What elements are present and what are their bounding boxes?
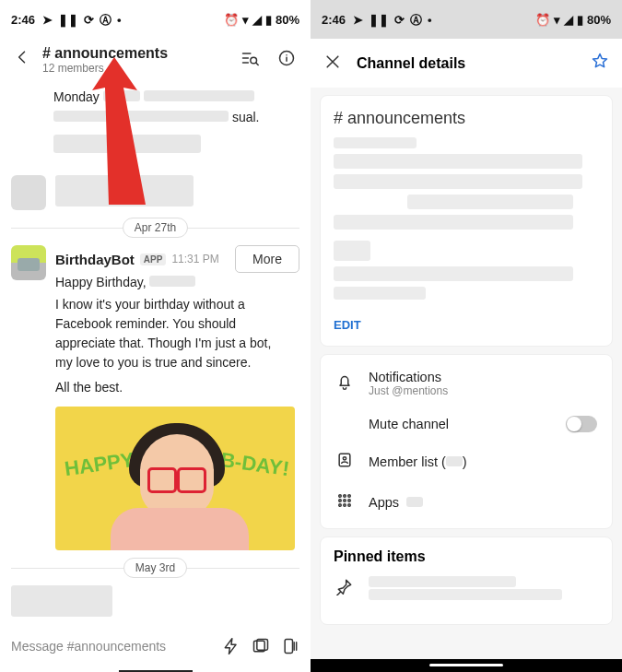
status-time: 2:46 [322, 13, 346, 27]
image-overlay-text: HAPPY [64, 448, 136, 481]
svg-point-7 [343, 457, 346, 460]
send-icon: ➤ [42, 14, 53, 26]
message-text: All the best. [55, 378, 299, 397]
redacted-text [149, 276, 195, 287]
message-fragment: sual. [232, 110, 260, 124]
message-composer[interactable]: Message #announcements [0, 631, 311, 661]
battery-percent: 80% [587, 13, 611, 27]
date-separator: May 3rd [123, 558, 187, 578]
message-timestamp: 11:31 PM [171, 253, 218, 265]
message-sender[interactable]: BirthdayBot [55, 252, 135, 267]
redacted-text [144, 90, 254, 101]
lightning-icon[interactable] [222, 637, 241, 655]
redacted-text [103, 90, 140, 101]
svg-point-10 [348, 495, 351, 498]
wifi-icon: ▾ [242, 14, 249, 26]
redacted-text [11, 585, 112, 617]
svg-point-16 [348, 504, 351, 507]
avatar[interactable] [11, 175, 46, 210]
svg-point-13 [348, 500, 351, 502]
info-button[interactable] [272, 45, 301, 75]
send-icon: ➤ [353, 14, 363, 26]
composer-placeholder[interactable]: Message #announcements [11, 639, 211, 654]
bell-icon [335, 372, 354, 395]
battery-icon: ▮ [577, 14, 583, 26]
svg-point-14 [339, 504, 342, 507]
message-attachment-image[interactable]: HAPPY B-DAY! [55, 407, 295, 550]
redacted-text [369, 589, 562, 600]
redacted-text [369, 576, 516, 587]
channel-name: announcements [54, 45, 168, 61]
redacted-text [53, 135, 201, 153]
app-badge: APP [140, 253, 167, 265]
sync-icon: ⟳ [394, 14, 405, 26]
notifications-label: Notifications [369, 370, 448, 384]
svg-point-11 [339, 500, 342, 502]
signal-icon: ◢ [564, 14, 573, 26]
notifications-row[interactable]: Notifications Just @mentions [334, 360, 599, 407]
redacted-text [334, 174, 582, 189]
status-time: 2:46 [11, 13, 35, 27]
channel-members: 12 members [42, 62, 228, 75]
alarm-icon: ⏰ [224, 14, 239, 26]
info-icon [277, 49, 296, 67]
mute-toggle[interactable] [566, 416, 597, 432]
close-icon [323, 53, 342, 71]
page-title: Channel details [357, 55, 576, 72]
pin-icon [335, 577, 354, 599]
svg-point-9 [344, 495, 346, 498]
battery-percent: 80% [276, 13, 299, 27]
date-separator: Apr 27th [123, 218, 188, 238]
dot-icon: • [428, 14, 432, 26]
member-list-label: Member list ( [369, 454, 446, 469]
redacted-text [55, 175, 194, 206]
svg-point-8 [339, 495, 342, 498]
pause-icon: ❚❚ [369, 14, 389, 26]
status-bar: 2:46 ➤ ❚❚ ⟳ Ⓐ • ⏰ ▾ ◢ ▮ 80% [311, 0, 622, 39]
mute-row[interactable]: Mute channel [334, 407, 599, 442]
attachment-icon[interactable] [281, 637, 299, 655]
search-list-icon [241, 49, 259, 67]
redacted-text [334, 241, 370, 261]
hash-icon: # [42, 45, 51, 61]
message-text: Happy Birthday, [55, 275, 147, 289]
channel-name: announcements [347, 109, 465, 127]
redacted-text [406, 497, 423, 507]
image-content [111, 508, 249, 550]
channel-title-button[interactable]: # announcements 12 members [42, 45, 228, 75]
message-text: I know it's your birthday without a Face… [55, 295, 286, 372]
apps-icon [335, 491, 354, 513]
app-icon: Ⓐ [410, 14, 422, 26]
app-icon: Ⓐ [100, 14, 111, 26]
alarm-icon: ⏰ [535, 14, 550, 26]
pinned-items-title: Pinned items [334, 548, 599, 565]
image-icon[interactable] [252, 637, 270, 655]
hash-icon: # [334, 109, 343, 127]
dot-icon: • [117, 14, 122, 26]
apps-row[interactable]: Apps [334, 482, 599, 523]
svg-point-15 [344, 504, 346, 507]
close-button[interactable] [323, 53, 342, 75]
mute-label: Mute channel [369, 417, 449, 431]
avatar[interactable] [11, 245, 46, 280]
image-content [147, 467, 206, 488]
redacted-text [334, 266, 573, 281]
sync-icon: ⟳ [84, 14, 94, 26]
edit-button[interactable]: EDIT [334, 318, 361, 332]
redacted-text [334, 137, 417, 148]
back-button[interactable] [9, 44, 35, 75]
wifi-icon: ▾ [554, 14, 560, 26]
redacted-text [53, 111, 229, 122]
member-list-row[interactable]: Member list () [334, 442, 599, 482]
redacted-text [334, 287, 426, 300]
search-button[interactable] [235, 45, 264, 75]
more-button[interactable]: More [235, 245, 299, 273]
redacted-text [446, 456, 463, 466]
svg-rect-4 [285, 640, 292, 654]
status-bar: 2:46 ➤ ❚❚ ⟳ Ⓐ • ⏰ ▾ ◢ ▮ 80% [0, 0, 311, 39]
members-icon [335, 451, 354, 473]
battery-icon: ▮ [265, 14, 272, 26]
signal-icon: ◢ [252, 14, 262, 26]
star-button[interactable] [591, 52, 609, 75]
pinned-item[interactable] [334, 565, 599, 611]
